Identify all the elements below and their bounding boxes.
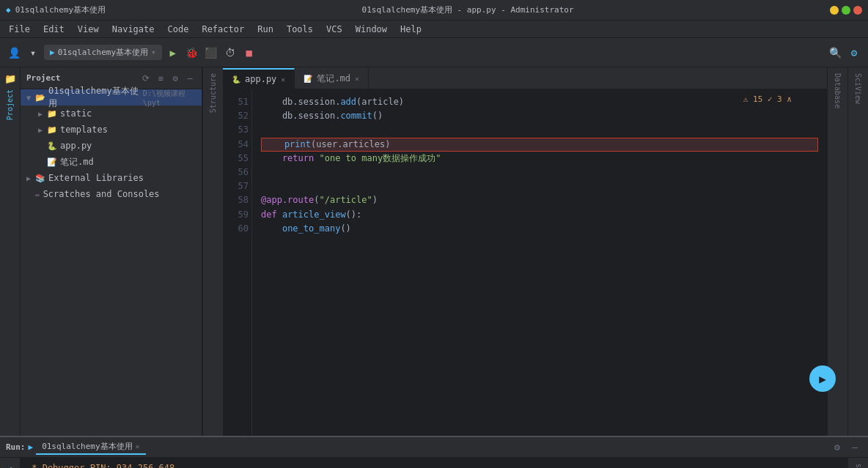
tree-item-scratches-name: Scratches and Consoles xyxy=(43,189,160,199)
line-numbers: 51 52 53 54 55 56 57 58 59 60 xyxy=(223,89,252,436)
tab-notes-label: 笔记.md xyxy=(317,73,350,85)
project-panel: Project ⟳ ≡ ⚙ — ▼ 📂 01sqlalchemy基本使用 D:\… xyxy=(21,67,202,436)
tab-bar: 🐍 app.py ✕ 📝 笔记.md ✕ ⚠ 15 ✓ 3 ∧ xyxy=(223,67,827,89)
code-line-54: print(user.articles) xyxy=(261,138,818,152)
tree-item-templates-name: templates xyxy=(60,125,108,135)
coverage-button[interactable]: ⬛ xyxy=(203,45,219,61)
run-tab-main[interactable]: 01sqlalchemy基本使用 ✕ xyxy=(36,439,146,455)
sync-icon[interactable]: ⟳ xyxy=(140,73,152,84)
run-output[interactable]: * Debugger PIN: 934-256-648 * Running on… xyxy=(21,458,847,468)
project-label[interactable]: Project xyxy=(6,86,14,123)
title-bar: ◆ 01sqlalchemy基本使用 01sqlalchemy基本使用 - ap… xyxy=(0,0,868,21)
menu-run[interactable]: Run xyxy=(251,23,279,36)
stop-button[interactable]: ■ xyxy=(241,45,257,61)
toolbar-left: 👤 ▾ ▶ 01sqlalchemy基本使用 ▾ ▶ 🐞 ⬛ ⏱ ■ xyxy=(6,45,823,61)
vcs-icon[interactable]: 👤 xyxy=(6,45,22,61)
run-minimize-icon[interactable]: — xyxy=(847,440,862,455)
run-button[interactable]: ▶ xyxy=(165,45,181,61)
tab-apppy-close[interactable]: ✕ xyxy=(281,75,285,83)
title-bar-center: 01sqlalchemy基本使用 - app.py - Administrato… xyxy=(362,4,574,15)
menu-navigate[interactable]: Navigate xyxy=(106,23,161,36)
title-bar-right xyxy=(830,6,862,15)
code-line-55: return "one to many数据操作成功" xyxy=(261,152,818,166)
panel-title: Project xyxy=(26,73,60,83)
sciview-panel: SciView xyxy=(847,67,868,436)
tree-root-path: D:\视频课程\pyt xyxy=(143,89,199,107)
menu-bar: File Edit View Navigate Code Refactor Ru… xyxy=(0,21,868,38)
menu-edit[interactable]: Edit xyxy=(37,23,70,36)
tree-item-external-name: External Libraries xyxy=(48,173,144,183)
database-label[interactable]: Database xyxy=(834,67,842,114)
maximize-button[interactable] xyxy=(842,6,850,15)
code-content[interactable]: db.session.add(article) db.session.commi… xyxy=(252,89,827,436)
menu-window[interactable]: Window xyxy=(350,23,393,36)
settings-icon[interactable]: ⚙ xyxy=(846,45,862,61)
code-view: 51 52 53 54 55 56 57 58 59 60 db.session… xyxy=(223,89,827,436)
tree-root[interactable]: ▼ 📂 01sqlalchemy基本使用 D:\视频课程\pyt xyxy=(21,89,202,105)
code-line-56 xyxy=(261,166,818,179)
vcs-dropdown[interactable]: ▾ xyxy=(25,45,41,61)
close-button[interactable] xyxy=(853,6,862,15)
run-header: Run: ▶ 01sqlalchemy基本使用 ✕ ⚙ — xyxy=(0,437,868,458)
menu-file[interactable]: File xyxy=(3,23,36,36)
tree-item-notes-name: 笔记.md xyxy=(60,156,94,168)
favorites-label[interactable]: Favorites xyxy=(854,458,862,468)
code-line-59: def article_view(): xyxy=(261,208,818,222)
app-icon: ◆ xyxy=(6,5,11,15)
run-label-area: Run: ▶ 01sqlalchemy基本使用 ✕ xyxy=(6,439,146,455)
code-line-51: db.session.add(article) xyxy=(261,95,818,109)
favorites-panel: Favorites ★ xyxy=(847,458,868,468)
menu-vcs[interactable]: VCS xyxy=(320,23,348,36)
editor-area: 🐍 app.py ✕ 📝 笔记.md ✕ ⚠ 15 ✓ 3 ∧ 51 52 53… xyxy=(223,67,827,436)
tab-notes[interactable]: 📝 笔记.md ✕ xyxy=(295,68,369,89)
search-icon[interactable]: 🔍 xyxy=(827,45,843,61)
tree-item-templates[interactable]: ▶ 📁 templates xyxy=(21,122,202,138)
sciview-label[interactable]: SciView xyxy=(854,67,862,110)
tree-item-apppy[interactable]: 🐍 app.py xyxy=(21,138,202,154)
run-tab-label: 01sqlalchemy基本使用 xyxy=(42,441,132,452)
run-settings-icon[interactable]: ⚙ xyxy=(830,440,845,455)
tree-item-apppy-name: app.py xyxy=(60,141,92,151)
run-title: Run: xyxy=(6,442,26,452)
run-tab-close[interactable]: ✕ xyxy=(136,442,140,450)
close-panel-icon[interactable]: — xyxy=(184,73,196,84)
tab-apppy-label: app.py xyxy=(245,74,276,84)
menu-code[interactable]: Code xyxy=(162,23,195,36)
menu-refactor[interactable]: Refactor xyxy=(196,23,250,36)
code-line-58: @app.route("/article") xyxy=(261,193,818,207)
gear-icon[interactable]: ⚙ xyxy=(169,73,181,84)
project-panel-toggle[interactable]: 📁 xyxy=(2,70,18,86)
run-content-area: ↺ ↑ ■ ↓ ≡ ⤢ 📌 🗑 * Debugger PIN: 934-256-… xyxy=(0,458,868,468)
profile-button[interactable]: ⏱ xyxy=(222,45,238,61)
code-line-60: one_to_many() xyxy=(261,222,818,236)
run-config-name: 01sqlalchemy基本使用 xyxy=(58,47,148,58)
code-line-57 xyxy=(261,179,818,193)
code-line-53 xyxy=(261,123,818,137)
tree-item-static-name: static xyxy=(60,108,92,119)
panel-icons: ⟳ ≡ ⚙ — xyxy=(140,73,196,84)
tree-item-external[interactable]: ▶ 📚 External Libraries xyxy=(21,170,202,186)
tab-notes-close[interactable]: ✕ xyxy=(355,75,359,83)
collapse-icon[interactable]: ≡ xyxy=(155,73,166,84)
minimize-button[interactable] xyxy=(830,6,839,15)
menu-tools[interactable]: Tools xyxy=(281,23,319,36)
tab-apppy[interactable]: 🐍 app.py ✕ xyxy=(223,68,295,89)
main-area: 📁 Project Project ⟳ ≡ ⚙ — ▼ 📂 01sqlalche… xyxy=(0,67,868,436)
run-panel: Run: ▶ 01sqlalchemy基本使用 ✕ ⚙ — ↺ ↑ ■ ↓ ≡ … xyxy=(0,436,868,468)
structure-panel: Structure xyxy=(202,67,223,436)
window-title: 01sqlalchemy基本使用 - app.py - Administrato… xyxy=(362,5,574,15)
run-side-icons: ↺ ↑ ■ ↓ ≡ ⤢ 📌 🗑 xyxy=(0,458,21,468)
code-line-52: db.session.commit() xyxy=(261,109,818,123)
debug-button[interactable]: 🐞 xyxy=(184,45,200,61)
menu-view[interactable]: View xyxy=(72,23,105,36)
run-restart-icon[interactable]: ↺ xyxy=(2,461,18,468)
toolbar-right: 🔍 ⚙ xyxy=(827,45,862,61)
title-bar-left: ◆ 01sqlalchemy基本使用 xyxy=(6,4,106,15)
structure-label[interactable]: Structure xyxy=(209,67,217,119)
tree-item-scratches[interactable]: ✏ Scratches and Consoles xyxy=(21,186,202,202)
menu-help[interactable]: Help xyxy=(394,23,427,36)
tree-root-name: 01sqlalchemy基本使用 xyxy=(48,85,140,110)
warning-indicator: ⚠ 15 ✓ 3 ∧ xyxy=(743,94,792,104)
tree-item-notes[interactable]: 📝 笔记.md xyxy=(21,154,202,170)
run-config-selector[interactable]: ▶ 01sqlalchemy基本使用 ▾ xyxy=(44,45,162,60)
